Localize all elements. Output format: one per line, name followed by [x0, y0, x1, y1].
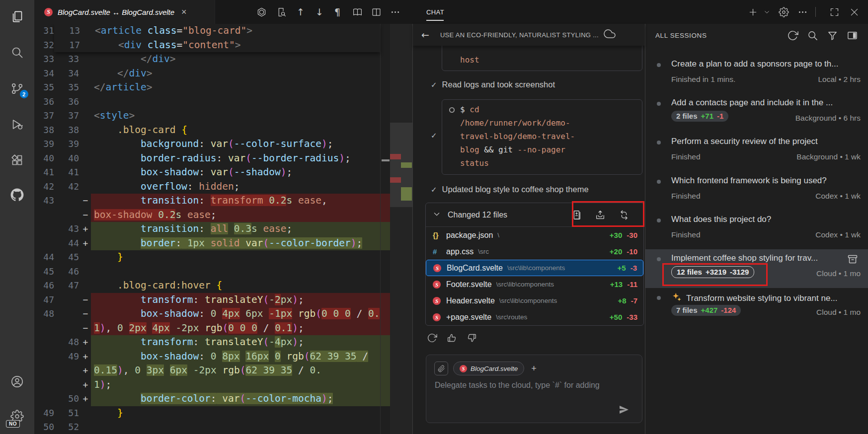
attach-file-button[interactable]	[434, 362, 448, 375]
session-item[interactable]: Transform website styling to vibrant ne.…	[645, 288, 868, 327]
old-line-number	[34, 363, 54, 378]
thumbs-down-icon[interactable]	[467, 333, 478, 345]
json-file-icon: {}	[433, 231, 443, 239]
compare-changes-icon[interactable]	[619, 210, 630, 220]
chat-session-header: ← USE AN ECO-FRIENDLY, NATURALIST STYLIN…	[413, 24, 645, 46]
changed-files-header[interactable]: Changed 12 files	[426, 203, 643, 227]
line-marker	[81, 38, 92, 53]
editor-line: 3535</article>	[34, 80, 412, 95]
sticky-scroll: 13<article class="blog-card">17 <div cla…	[54, 24, 380, 52]
filter-icon[interactable]	[827, 30, 838, 41]
old-line-number: 32	[34, 38, 54, 53]
diff-editor[interactable]: 31323333 </div>3434 </div>3535</article>…	[34, 24, 412, 434]
svelte-file-icon: S	[460, 365, 467, 372]
chat-input-box[interactable]: S BlogCard.svelte + Delegate tasks to th…	[426, 355, 642, 423]
maximize-panel-icon[interactable]	[827, 5, 841, 19]
book-map-icon[interactable]	[350, 5, 364, 19]
chat-scroll-area[interactable]: host ✓ Read logs and took screenshot ✓ $…	[413, 46, 645, 434]
diff-added-icon[interactable]	[571, 210, 582, 220]
previous-change-icon[interactable]: ↑	[297, 0, 305, 24]
session-item[interactable]: Which frontend framework is being used?F…	[645, 172, 868, 211]
chat-step-text: Updated blog style to coffee shop theme	[442, 185, 589, 194]
code-text: .blog-card:hover {	[91, 279, 412, 293]
back-arrow-icon[interactable]: ←	[421, 29, 429, 40]
panel-more-icon[interactable]	[795, 5, 809, 19]
whitespace-pilcrow-icon[interactable]: ¶	[334, 0, 340, 24]
retry-icon[interactable]	[427, 333, 439, 345]
editor-line: 4141 box-shadow: var(--shadow);	[34, 165, 412, 180]
overview-ruler-handle[interactable]	[382, 159, 390, 161]
chat-input-placeholder[interactable]: Delegate tasks to the cloud, type `#` fo…	[435, 381, 633, 390]
github-icon[interactable]	[10, 187, 25, 202]
badge-file-count: 7 files	[676, 306, 698, 314]
old-line-number: 42	[34, 180, 54, 194]
chevron-down-icon	[433, 210, 441, 220]
line-marker	[80, 420, 91, 434]
session-item[interactable]: Add a contacts page and include it in th…	[645, 94, 868, 133]
next-change-icon[interactable]: ↓	[316, 0, 323, 24]
deletions-count: -3	[631, 264, 637, 272]
old-line-number: 33	[34, 52, 54, 67]
changed-file-row[interactable]: SHeader.svelte\src\lib\components+8-7	[426, 292, 643, 309]
changed-file-row[interactable]: {}package.json\+30-30	[426, 227, 643, 243]
badge-additions: +71	[701, 112, 713, 120]
new-line-number: 52	[54, 420, 80, 434]
add-attachment-button[interactable]: +	[529, 363, 539, 374]
tab-close-icon[interactable]: ×	[181, 7, 187, 16]
new-line-number	[54, 307, 80, 321]
changed-file-row[interactable]: SFooter.svelte\src\lib\components+13-11	[426, 276, 643, 292]
svelte-file-icon: S	[433, 296, 443, 305]
session-meta-source-time: Background • 6 hrs	[795, 114, 861, 123]
new-line-number: 51	[54, 406, 80, 421]
chat-step-read-logs: ✓ Read logs and took screenshot	[431, 80, 555, 89]
session-item[interactable]: Implement coffee shop styling for trav..…	[645, 249, 868, 288]
layout-panel-icon[interactable]	[847, 30, 858, 41]
panel-settings-gear-icon[interactable]	[777, 5, 790, 19]
send-icon[interactable]	[618, 404, 631, 417]
command-line: travel-blog/demo-travel-	[460, 130, 575, 143]
session-item[interactable]: Create a plan to add a sponsors page to …	[645, 55, 868, 94]
apply-all-icon[interactable]	[595, 210, 606, 220]
file-search-icon[interactable]	[274, 5, 288, 19]
split-editor-icon[interactable]	[369, 5, 383, 19]
session-status-dot	[657, 180, 661, 184]
changed-file-row[interactable]: S+page.svelte\src\routes+50-33	[426, 309, 643, 325]
openai-codex-icon[interactable]	[254, 5, 268, 19]
editor-lines: 31323333 </div>3434 </div>3535</article>…	[34, 24, 412, 434]
code-text: border-color: var(--color-mocha);	[91, 392, 412, 406]
editor-more-icon[interactable]	[388, 5, 402, 19]
minimap[interactable]	[390, 24, 412, 434]
explorer-icon[interactable]	[10, 9, 25, 24]
session-item[interactable]: Perform a security review of the project…	[645, 133, 868, 171]
code-text: transition: transform 0.2s ease,	[91, 194, 412, 208]
run-debug-icon[interactable]	[10, 117, 25, 132]
search-icon[interactable]	[10, 45, 25, 60]
thumbs-up-icon[interactable]	[447, 333, 459, 345]
session-item[interactable]: What does this project do?FinishedCodex …	[645, 211, 868, 249]
new-line-number: 39	[54, 137, 80, 151]
refresh-icon[interactable]	[787, 30, 798, 41]
new-session-icon[interactable]	[746, 5, 760, 19]
new-line-number: 41	[54, 165, 80, 180]
activity-bar: 2 NO	[0, 0, 34, 434]
source-control-icon[interactable]: 2	[10, 81, 25, 96]
search-sessions-icon[interactable]	[807, 30, 818, 41]
session-meta-source-time: Cloud • 1 mo	[816, 269, 861, 278]
editor-line: +0.15), 0 3px 6px -2px rgb(62 39 35 / 0.	[34, 363, 412, 378]
attachment-pill-blogcard[interactable]: S BlogCard.svelte	[453, 362, 524, 375]
new-session-chevron-icon[interactable]	[762, 5, 772, 19]
editor-tab-blogcard-diff[interactable]: S BlogCard.svelte ↔ BlogCard.svelte ×	[34, 0, 215, 24]
changed-file-row[interactable]: SBlogCard.svelte\src\lib\components+5-3	[426, 260, 643, 276]
account-icon[interactable]	[10, 374, 25, 389]
close-panel-icon[interactable]	[847, 5, 861, 19]
svelte-file-icon: S	[44, 8, 53, 16]
additions-count: +20	[610, 247, 622, 256]
archive-icon[interactable]	[847, 253, 859, 265]
extensions-icon[interactable]	[10, 152, 25, 167]
changed-file-row[interactable]: #app.css\src+20-10	[426, 243, 643, 260]
editor-line: 4242 overflow: hidden;	[34, 180, 412, 194]
added-marker: +	[80, 363, 91, 378]
command-line: status	[460, 156, 575, 170]
new-line-number: 34	[54, 67, 80, 81]
svelte-file-icon: S	[433, 280, 443, 289]
